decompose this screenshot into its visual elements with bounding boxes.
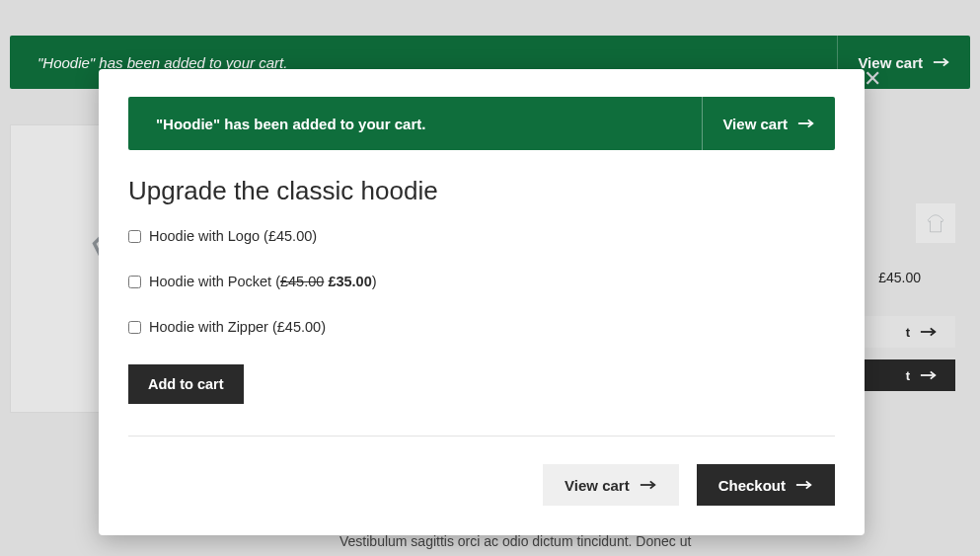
divider — [128, 436, 835, 437]
upsell-title: Upgrade the classic hoodie — [128, 176, 835, 206]
close-icon[interactable]: ✕ — [861, 67, 884, 91]
arrow-right-icon — [640, 480, 657, 490]
upsell-option[interactable]: Hoodie with Zipper (£45.00) — [128, 319, 835, 335]
upsell-option[interactable]: Hoodie with Pocket (£45.00 £35.00) — [128, 274, 835, 289]
upsell-checkbox[interactable] — [128, 321, 141, 334]
arrow-right-icon — [797, 119, 815, 128]
modal-added-notice: "Hoodie" has been added to your cart. Vi… — [128, 97, 835, 150]
upsell-checkbox[interactable] — [128, 276, 141, 288]
upsell-checkbox[interactable] — [128, 230, 141, 243]
upsell-modal: ✕ "Hoodie" has been added to your cart. … — [99, 69, 865, 535]
modal-notice-text: "Hoodie" has been added to your cart. — [156, 116, 425, 132]
upsell-option-label: Hoodie with Pocket (£45.00 £35.00) — [149, 274, 377, 289]
upsell-option-label: Hoodie with Logo (£45.00) — [149, 228, 317, 244]
modal-view-cart-link[interactable]: View cart — [702, 97, 815, 150]
add-to-cart-button[interactable]: Add to cart — [128, 364, 244, 404]
upsell-option-label: Hoodie with Zipper (£45.00) — [149, 319, 326, 335]
arrow-right-icon — [795, 480, 813, 490]
view-cart-button[interactable]: View cart — [543, 464, 679, 506]
checkout-button[interactable]: Checkout — [697, 464, 835, 506]
upsell-option[interactable]: Hoodie with Logo (£45.00) — [128, 228, 835, 244]
modal-actions: View cart Checkout — [128, 464, 835, 506]
